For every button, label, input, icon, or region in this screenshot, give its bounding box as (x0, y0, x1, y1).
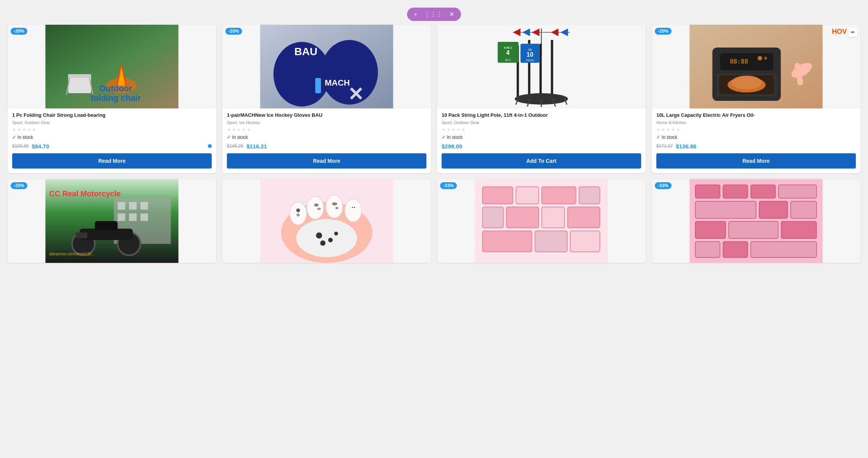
discount-badge: -20% (225, 28, 242, 35)
svg-point-93 (320, 240, 326, 246)
svg-rect-18 (315, 78, 321, 93)
svg-rect-98 (579, 187, 600, 204)
svg-text:4: 4 (506, 49, 510, 56)
product-image-wrapper: -20% Outdoor folding chair (8, 25, 216, 108)
add-to-cart-button[interactable]: Add To Cart (442, 153, 641, 169)
svg-rect-7 (68, 74, 91, 78)
svg-point-89 (296, 219, 357, 257)
price-original: $105.88 (12, 143, 29, 149)
star-4: ★ (456, 127, 461, 132)
product-rating: ★ ★ ★ ★ ★ (656, 127, 856, 132)
svg-rect-117 (695, 242, 720, 258)
svg-rect-96 (516, 187, 539, 204)
svg-rect-105 (570, 231, 600, 252)
svg-rect-119 (751, 242, 817, 258)
svg-rect-116 (781, 221, 817, 239)
stock-check-icon: ✓ (227, 135, 231, 140)
hov-badge: HOV (832, 28, 847, 36)
svg-rect-71 (76, 232, 87, 238)
price-row: $171.07 $136.86 (656, 143, 856, 149)
star-2: ★ (661, 127, 665, 132)
product-title: 1 Pc Folding Chair Strong Load-bearing (12, 112, 212, 119)
discount-badge: -20% (655, 28, 672, 35)
svg-point-82 (314, 204, 319, 207)
star-3: ★ (451, 127, 456, 132)
svg-rect-97 (542, 187, 576, 204)
svg-rect-99 (483, 207, 504, 228)
svg-rect-66 (141, 213, 148, 221)
stock-check-icon: ✓ (442, 135, 445, 140)
svg-text:aliexpress.com/store/115...: aliexpress.com/store/115... (49, 252, 95, 256)
svg-point-91 (328, 238, 333, 242)
toolbar-inner: + ⋮⋮⋮ ✕ (407, 8, 461, 21)
svg-rect-104 (535, 231, 567, 252)
star-5: ★ (461, 127, 466, 132)
product-title: 10 Pack String Light Pole, 11ft 4-in-1 O… (442, 112, 641, 119)
product-image-wrapper: 4 IN 1 4 IN 1 10 10 PACK (437, 25, 646, 108)
discount-badge: -33% (440, 182, 457, 189)
star-5: ★ (247, 127, 251, 132)
svg-rect-63 (141, 202, 148, 210)
products-grid: -20% Outdoor folding chair 1 Pc Folding … (8, 25, 860, 263)
svg-point-92 (334, 232, 338, 235)
svg-rect-102 (568, 207, 600, 228)
price-original: $145.26 (227, 143, 243, 149)
svg-point-81 (297, 213, 300, 216)
svg-rect-101 (542, 207, 565, 228)
star-3: ★ (22, 127, 26, 132)
product-category: Sport, Outdoor Gear (12, 120, 212, 125)
product-card-7: -33% (437, 179, 646, 263)
svg-rect-28 (540, 44, 542, 101)
price-current: $136.86 (676, 143, 696, 149)
price-row: $145.26 $116.21 (227, 143, 426, 149)
svg-text:88:88: 88:88 (730, 58, 748, 65)
stock-label: In stock (232, 135, 248, 140)
price-row: $299.00 (442, 143, 641, 149)
svg-rect-109 (751, 185, 776, 198)
stock-label: In stock (17, 135, 33, 140)
svg-rect-56 (719, 75, 774, 94)
product-info: 10 Pack String Light Pole, 11ft 4-in-1 O… (437, 108, 646, 173)
svg-point-88 (354, 207, 355, 208)
toolbar: + ⋮⋮⋮ ✕ (8, 8, 860, 21)
svg-text:BAU: BAU (295, 46, 318, 57)
svg-point-77 (307, 196, 324, 219)
toolbar-close-button[interactable]: ✕ (448, 10, 456, 19)
product-card-3: 4 IN 1 4 IN 1 10 10 PACK 10 Pack String … (437, 25, 646, 173)
product-card-1: -20% Outdoor folding chair 1 Pc Folding … (8, 25, 216, 173)
read-more-button[interactable]: Read More (12, 153, 212, 169)
price-current: $299.00 (442, 143, 462, 149)
product-title: 1-pairMACHNew Ice Hockey Gloves BAU (227, 112, 426, 119)
svg-rect-111 (695, 201, 756, 218)
svg-point-78 (326, 195, 343, 218)
svg-point-87 (352, 207, 353, 208)
price-dot (208, 144, 212, 148)
toolbar-grid-button[interactable]: ⋮⋮⋮ (423, 10, 444, 19)
product-rating: ★ ★ ★ ★ ★ (227, 127, 426, 132)
toolbar-add-button[interactable]: + (412, 10, 419, 19)
product-info: 10L Large Capacity Electric Air Fryers O… (652, 108, 860, 173)
read-more-button[interactable]: Read More (656, 153, 856, 169)
product-info: 1-pairMACHNew Ice Hockey Gloves BAU Spor… (222, 108, 431, 173)
star-1: ★ (442, 127, 446, 132)
star-1: ★ (656, 127, 661, 132)
edit-icon[interactable]: ✏ (848, 28, 857, 37)
product-image-wrapper: -20% CC Real Motorcycle aliexpress.com/s (8, 179, 216, 263)
svg-rect-29 (551, 40, 553, 101)
read-more-button[interactable]: Read More (227, 153, 426, 169)
stock-label: In stock (447, 135, 463, 140)
product-image-wrapper: -20% BAU ✕ MACH (222, 25, 431, 108)
star-5: ★ (32, 127, 36, 132)
svg-rect-114 (695, 221, 726, 239)
svg-text:4 IN 1: 4 IN 1 (504, 46, 512, 49)
svg-point-80 (296, 208, 300, 212)
product-rating: ★ ★ ★ ★ ★ (12, 127, 212, 132)
svg-text:IN 1: IN 1 (505, 58, 511, 62)
product-image-wrapper: -33% (437, 179, 646, 263)
svg-rect-103 (483, 231, 532, 252)
star-4: ★ (242, 127, 246, 132)
svg-text:folding chair: folding chair (91, 93, 141, 103)
svg-rect-110 (779, 185, 817, 198)
svg-text:MACH: MACH (325, 78, 350, 87)
star-5: ★ (676, 127, 680, 132)
